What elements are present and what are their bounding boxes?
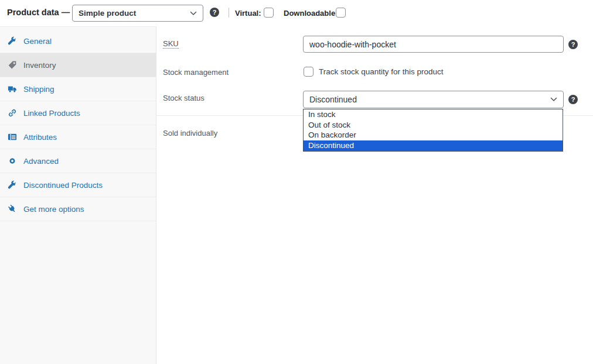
list-icon	[8, 132, 17, 142]
tab-shipping[interactable]: Shipping	[0, 77, 156, 101]
tab-label: Attributes	[23, 133, 57, 142]
tab-label: Discontinued Products	[23, 181, 103, 190]
stock-status-dropdown-list: In stock Out of stock On backorder Disco…	[303, 109, 563, 152]
product-data-panel: Product data — Simple product ? Virtual:…	[0, 0, 593, 364]
panel-header: Product data — Simple product ? Virtual:…	[0, 0, 593, 26]
tab-attributes[interactable]: Attributes	[0, 125, 156, 149]
tab-linked-products[interactable]: Linked Products	[0, 101, 156, 125]
panel-title: Product data —	[7, 8, 70, 17]
tab-label: Get more options	[23, 205, 84, 214]
chevron-down-icon	[190, 11, 197, 16]
tab-discontinued-products[interactable]: Discontinued Products	[0, 173, 156, 197]
tab-general[interactable]: General	[0, 29, 156, 53]
tab-label: Inventory	[23, 61, 56, 70]
dropdown-option-in-stock[interactable]: In stock	[304, 109, 563, 120]
chevron-down-icon	[550, 97, 557, 102]
sold-individually-label: Sold individually	[163, 129, 217, 138]
sku-input[interactable]	[303, 36, 564, 53]
product-type-select[interactable]: Simple product	[72, 5, 203, 22]
track-stock-checkbox[interactable]	[304, 67, 313, 77]
tab-label: General	[23, 37, 52, 46]
stock-status-value: Discontinued	[309, 95, 550, 104]
product-type-value: Simple product	[79, 9, 190, 18]
header-divider	[229, 8, 229, 18]
stock-management-label: Stock management	[163, 68, 229, 77]
tab-get-more-options[interactable]: Get more options	[0, 197, 156, 221]
virtual-checkbox[interactable]	[264, 8, 274, 18]
stock-status-help-icon[interactable]: ?	[568, 95, 578, 104]
sku-help-icon[interactable]: ?	[568, 40, 578, 49]
dropdown-option-discontinued[interactable]: Discontinued	[304, 140, 563, 151]
dropdown-option-out-of-stock[interactable]: Out of stock	[304, 120, 563, 131]
tag-icon	[8, 60, 17, 70]
tab-inventory[interactable]: Inventory	[0, 53, 156, 77]
gear-icon	[8, 156, 17, 166]
tab-advanced[interactable]: Advanced	[0, 149, 156, 173]
stock-status-label: Stock status	[163, 94, 205, 102]
product-data-tabs: General Inventory Shipping Linked Produc…	[0, 26, 156, 364]
wrench-icon	[8, 36, 17, 46]
wrench-icon	[8, 180, 17, 190]
tab-label: Shipping	[23, 85, 54, 94]
sku-label: SKU	[163, 39, 179, 49]
tab-label: Advanced	[23, 157, 59, 166]
stock-status-select[interactable]: Discontinued	[303, 91, 564, 108]
link-icon	[8, 108, 17, 118]
tab-label: Linked Products	[23, 109, 80, 118]
plug-icon	[8, 204, 17, 214]
truck-icon	[8, 84, 17, 94]
virtual-label: Virtual:	[235, 9, 261, 18]
track-stock-label: Track stock quantity for this product	[319, 67, 444, 76]
downloadable-checkbox[interactable]	[336, 8, 346, 18]
downloadable-label: Downloadable:	[284, 9, 338, 18]
inventory-panel: SKU ? Stock management Track stock quant…	[156, 26, 593, 364]
stock-management-field: Track stock quantity for this product	[304, 67, 444, 77]
product-type-help-icon[interactable]: ?	[210, 8, 219, 17]
dropdown-option-on-backorder[interactable]: On backorder	[304, 130, 563, 140]
